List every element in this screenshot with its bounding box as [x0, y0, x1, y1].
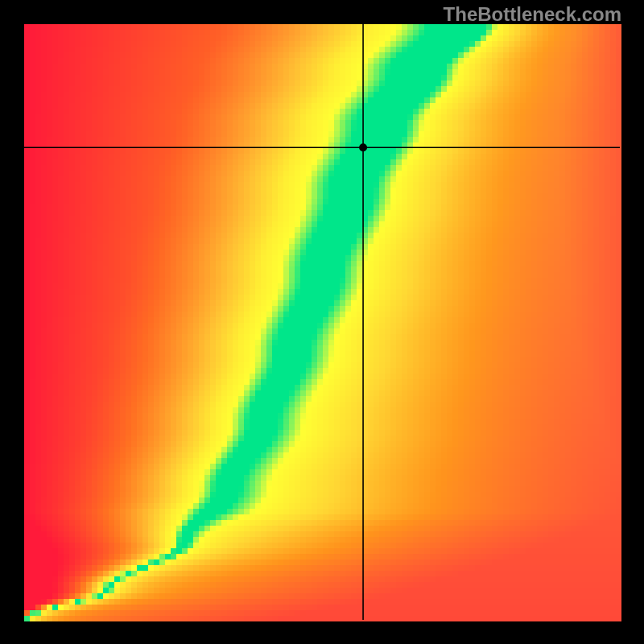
watermark-text: TheBottleneck.com [444, 3, 621, 26]
heatmap-canvas [0, 0, 644, 644]
bottleneck-heatmap: TheBottleneck.com [0, 0, 644, 644]
